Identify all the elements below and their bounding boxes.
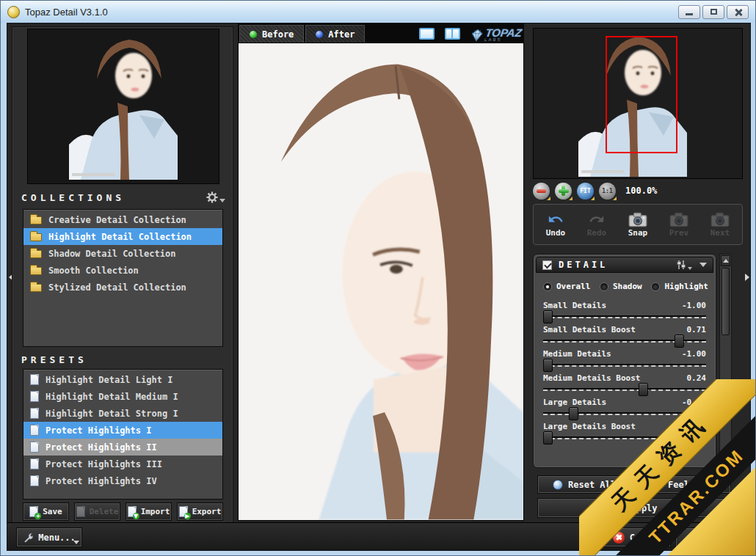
- slider-handle[interactable]: [543, 359, 553, 372]
- collection-item[interactable]: Creative Detail Collection: [23, 211, 222, 228]
- maximize-button[interactable]: [702, 5, 724, 19]
- import-button[interactable]: ▼ Import: [126, 502, 172, 521]
- minimize-button[interactable]: [678, 5, 700, 19]
- camera-icon: [628, 211, 647, 227]
- import-page-icon: ▼: [128, 506, 137, 517]
- export-button[interactable]: ▶ Export: [177, 502, 223, 521]
- redo-label: Redo: [587, 228, 607, 238]
- preset-item[interactable]: Highlight Detail Strong I: [23, 405, 222, 422]
- titlebar[interactable]: Topaz Detail V3.1.0: [1, 1, 755, 23]
- navigator-box: [533, 28, 743, 179]
- radio-dot-icon: [600, 282, 608, 291]
- before-dot-icon: [250, 31, 257, 38]
- slider-medium-details: Medium Details -1.00: [543, 349, 706, 373]
- reset-all-button[interactable]: Reset All: [537, 475, 631, 494]
- preset-item-hovered[interactable]: Protect Highlights II: [23, 439, 222, 456]
- detail-settings-button[interactable]: [675, 260, 692, 270]
- preset-item[interactable]: Protect Highlights IV: [23, 472, 222, 489]
- topaz-logo: TOPAZ LABS: [469, 28, 522, 42]
- detail-scrollbar[interactable]: [719, 254, 732, 468]
- tab-after[interactable]: After: [305, 25, 365, 43]
- ok-button[interactable]: [675, 527, 743, 547]
- scroll-up-button[interactable]: [721, 255, 730, 266]
- prev-label: Prev: [669, 228, 689, 238]
- apply-label: Apply: [630, 503, 657, 513]
- delete-page-icon: [76, 506, 85, 517]
- preset-item[interactable]: Highlight Detail Light I: [23, 371, 222, 388]
- slider-small-details: Small Details -1.00: [543, 301, 706, 325]
- apply-button[interactable]: Apply: [537, 498, 731, 518]
- prev-snap-button: Prev: [658, 207, 699, 242]
- next-label: Next: [710, 228, 730, 238]
- preset-item-selected[interactable]: Protect Highlights I: [23, 422, 222, 439]
- redo-icon: [587, 211, 606, 227]
- slider-track[interactable]: [543, 363, 706, 369]
- collection-item-selected[interactable]: Highlight Detail Collection: [23, 228, 222, 245]
- slider-handle[interactable]: [568, 407, 578, 420]
- snap-button[interactable]: Snap: [617, 207, 658, 242]
- save-page-icon: +: [29, 506, 38, 517]
- collapse-panel-icon[interactable]: [699, 263, 707, 267]
- slider-label: Medium Details: [543, 349, 611, 359]
- preset-item-label: Protect Highlights I: [46, 425, 152, 436]
- zoom-100-button[interactable]: 1:1: [599, 183, 616, 200]
- page-icon: [30, 442, 39, 453]
- detail-panel: DETAIL Overall Shadow: [533, 254, 716, 468]
- slider-handle[interactable]: [543, 310, 553, 323]
- portrait-closeup-photo: [239, 43, 523, 520]
- zoom-in-button[interactable]: [555, 183, 572, 200]
- slider-large-details-boost: Large Details Boost -1.00: [543, 422, 706, 446]
- slider-handle[interactable]: [675, 334, 684, 348]
- close-button[interactable]: [727, 5, 749, 19]
- preset-item[interactable]: Protect Highlights III: [23, 456, 222, 472]
- collection-item[interactable]: Stylized Detail Collection: [23, 279, 222, 296]
- radio-shadow[interactable]: Shadow: [600, 282, 642, 291]
- collections-header-label: COLLECTIONS: [21, 192, 125, 203]
- slider-handle[interactable]: [543, 431, 553, 445]
- collapse-right-panel-arrow[interactable]: [744, 268, 750, 286]
- triangle-right-icon: [745, 274, 749, 281]
- undo-icon: [546, 211, 565, 227]
- single-view-icon[interactable]: [419, 28, 435, 40]
- slider-track[interactable]: [543, 387, 706, 393]
- save-button[interactable]: + Save: [23, 502, 69, 521]
- save-button-label: Save: [43, 507, 62, 516]
- preset-item[interactable]: Highlight Detail Medium I: [23, 388, 222, 405]
- collection-item[interactable]: Shadow Detail Collection: [23, 245, 222, 262]
- undo-label: Undo: [546, 228, 566, 238]
- split-view-icon[interactable]: [445, 28, 460, 40]
- collections-menu-button[interactable]: [206, 191, 225, 203]
- zoom-fit-button[interactable]: FIT: [577, 183, 594, 200]
- radio-highlight[interactable]: Highlight: [651, 282, 708, 291]
- dice-icon: [641, 480, 653, 490]
- slider-label: Large Details Boost: [543, 422, 636, 431]
- tab-after-label: After: [328, 29, 355, 40]
- zoom-out-button[interactable]: [533, 183, 550, 200]
- slider-handle[interactable]: [639, 383, 648, 396]
- main-preview-image[interactable]: [238, 43, 524, 521]
- i-feel-lucky-button[interactable]: I Feel Lucky!: [636, 475, 731, 494]
- collection-item[interactable]: Smooth Collection: [23, 262, 222, 279]
- navigator-view-rectangle[interactable]: [606, 36, 677, 153]
- menu-button[interactable]: Menu...: [16, 527, 82, 547]
- slider-track[interactable]: [543, 315, 706, 321]
- folder-icon: [30, 284, 42, 292]
- tab-before[interactable]: Before: [239, 25, 304, 43]
- detail-enabled-checkbox[interactable]: [542, 260, 552, 270]
- slider-track[interactable]: [543, 411, 706, 417]
- tab-before-label: Before: [262, 29, 294, 40]
- slider-track[interactable]: [543, 339, 706, 345]
- scroll-down-button[interactable]: [721, 456, 730, 467]
- undo-button[interactable]: Undo: [535, 207, 576, 242]
- export-button-label: Export: [192, 507, 222, 516]
- cancel-button[interactable]: Cancel: [603, 527, 671, 547]
- camera-prev-icon: [669, 211, 688, 227]
- import-button-label: Import: [141, 507, 170, 516]
- scrollbar-thumb[interactable]: [722, 268, 730, 335]
- menu-label: Menu...: [38, 533, 76, 543]
- chevron-down-icon: [73, 541, 79, 544]
- radio-overall[interactable]: Overall: [543, 282, 590, 291]
- slider-track[interactable]: [543, 436, 706, 442]
- page-icon: [30, 391, 39, 402]
- detail-panel-header[interactable]: DETAIL: [536, 257, 713, 273]
